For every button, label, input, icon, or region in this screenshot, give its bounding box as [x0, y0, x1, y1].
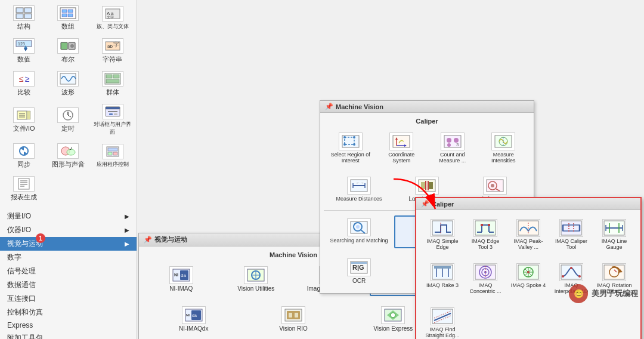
- svg-text:←→: ←→: [356, 181, 364, 185]
- svg-point-191: [562, 275, 564, 278]
- tool-measure-intensities[interactable]: Measure Intensities: [479, 130, 528, 167]
- svg-point-84: [391, 313, 395, 318]
- svg-text:ab: ab: [107, 44, 113, 49]
- sidebar-item-type[interactable]: A a 文字 族、类与文体: [91, 2, 134, 34]
- svg-rect-7: [62, 14, 67, 17]
- svg-rect-81: [295, 313, 298, 318]
- sidebar-item-report[interactable]: 报表生成: [2, 173, 45, 205]
- sidebar-item-compare[interactable]: ≤ ≥ 比较: [2, 68, 45, 100]
- sidebar-item-digital[interactable]: 数字: [0, 251, 137, 264]
- sidebar-item-control-sim[interactable]: 控制和仿真: [0, 306, 137, 319]
- sidebar-item-signal[interactable]: 信号处理: [0, 264, 137, 278]
- tool-imaq-concentric[interactable]: IMAQ Concentric ...: [465, 260, 506, 297]
- sidebar-item-sync[interactable]: 同步: [2, 140, 45, 172]
- svg-rect-26: [106, 75, 112, 78]
- caliper-row-1: IMAQ Simple Edge IMAQ Edge Tool 3: [420, 214, 637, 255]
- svg-text:da: da: [181, 273, 186, 278]
- sidebar-item-bool[interactable]: 布尔: [47, 35, 89, 67]
- watermark-avatar: 😊: [569, 284, 588, 303]
- sidebar-item-interconnect[interactable]: 互连接口: [0, 292, 137, 306]
- svg-text:123: 123: [18, 42, 25, 46]
- svg-rect-149: [432, 221, 453, 235]
- tool-ni-imaqdx[interactable]: NI da NI-IMAQdx: [145, 303, 242, 335]
- tool-ni-imaq[interactable]: NI da NI-IMAQ: [145, 263, 218, 296]
- tool-imaq-spoke4[interactable]: IMAQ Spoke 4: [508, 260, 549, 297]
- tool-ocr[interactable]: R|G OCR: [326, 255, 392, 287]
- sidebar-item-structure[interactable]: 结构: [2, 2, 45, 34]
- sidebar-menu-list: 测量I/O ▶ 仪器I/O ▶ 视觉与运动 ▶ 数字 信号处理 数据通信 互连接…: [0, 209, 137, 339]
- tool-imaq-caliper-tool[interactable]: IMAQ Caliper Tool: [551, 216, 592, 253]
- svg-rect-40: [109, 113, 113, 115]
- svg-rect-140: [351, 262, 367, 264]
- svg-text:文字: 文字: [107, 15, 114, 19]
- svg-rect-16: [61, 42, 67, 50]
- tool-vision-utilities[interactable]: Vision Utilities: [220, 263, 293, 296]
- svg-rect-158: [488, 224, 490, 226]
- tool-imaq-rake3[interactable]: IMAQ Rake 3: [422, 260, 463, 297]
- svg-rect-161: [561, 221, 581, 235]
- panel-caliper: 📌 Caliper IMAQ Simple Edge: [415, 197, 642, 339]
- tool-vision-rio[interactable]: Vision RIO: [244, 303, 342, 335]
- tool-select-roi[interactable]: Select Region of Interest: [326, 130, 375, 167]
- tool-imaq-simple-edge[interactable]: IMAQ Simple Edge: [422, 216, 463, 253]
- red-arrow-svg: [376, 173, 447, 221]
- caliper-row-3: IMAQ Find Straight Edg...: [420, 302, 637, 339]
- svg-rect-8: [68, 14, 73, 17]
- svg-rect-151: [475, 221, 496, 235]
- svg-point-88: [353, 136, 355, 138]
- sidebar-item-dialog[interactable]: 对话框与用户界面: [91, 101, 134, 139]
- svg-rect-27: [113, 75, 119, 78]
- svg-point-87: [343, 136, 346, 138]
- svg-text:R|G: R|G: [352, 264, 364, 271]
- sidebar-item-waveform[interactable]: 波形: [47, 68, 89, 100]
- svg-rect-3: [24, 14, 32, 19]
- svg-rect-41: [114, 113, 117, 115]
- sidebar-item-addon[interactable]: 附加工具包: [0, 331, 137, 339]
- tool-imaq-peak-valley[interactable]: IMAQ Peak-Valley ...: [508, 216, 549, 253]
- sidebar-item-cluster[interactable]: 群体: [91, 68, 134, 100]
- svg-rect-49: [108, 148, 117, 151]
- sidebar-item-timing[interactable]: 定时: [47, 101, 89, 139]
- svg-point-121: [356, 225, 360, 229]
- tool-coordinate-system[interactable]: Coordinate System: [377, 130, 426, 167]
- pin-icon: 📌: [144, 236, 152, 244]
- sidebar-item-graphics[interactable]: ♪ 图形与声音: [47, 140, 89, 172]
- svg-point-189: [527, 271, 530, 273]
- tool-imaq-edge-tool3[interactable]: IMAQ Edge Tool 3: [465, 216, 506, 253]
- sidebar-item-array[interactable]: 数组: [47, 2, 89, 34]
- sidebar-item-express[interactable]: Express: [0, 319, 137, 331]
- badge-1: 1: [36, 233, 45, 243]
- svg-point-97: [447, 138, 451, 143]
- svg-text:≤: ≤: [19, 74, 24, 84]
- svg-rect-28: [106, 79, 119, 83]
- pin-icon: 📌: [325, 103, 333, 110]
- svg-text:3: 3: [456, 142, 459, 147]
- svg-rect-38: [106, 107, 120, 109]
- svg-rect-4: [60, 8, 76, 19]
- sidebar-item-vision-motion[interactable]: 视觉与运动 ▶: [0, 237, 137, 251]
- sidebar-item-fileio[interactable]: 文件/IO: [2, 101, 45, 139]
- tool-imaq-find-straight-edge[interactable]: IMAQ Find Straight Edg...: [422, 304, 463, 339]
- svg-rect-24: [60, 73, 76, 84]
- svg-rect-177: [434, 266, 451, 269]
- svg-point-193: [578, 275, 581, 278]
- tool-count-measure[interactable]: 3 Count and Measure ...: [428, 130, 477, 167]
- svg-rect-0: [16, 8, 23, 13]
- sidebar-item-measurement-io[interactable]: 测量I/O ▶: [0, 209, 137, 223]
- svg-rect-114: [487, 180, 503, 192]
- svg-rect-2: [16, 14, 23, 19]
- svg-text:da: da: [192, 313, 197, 318]
- svg-point-99: [447, 143, 451, 147]
- sidebar-item-instrument-io[interactable]: 仪器I/O ▶: [0, 223, 137, 237]
- sidebar-item-string[interactable]: ab 字 字符串: [91, 35, 134, 67]
- sidebar: 结构 数组 A a 文字 族、类与文: [0, 0, 137, 339]
- sidebar-icon-grid: 结构 数组 A a 文字 族、类与文: [0, 0, 137, 207]
- sidebar-item-numeric[interactable]: 123 数值: [2, 35, 45, 67]
- svg-rect-39: [108, 111, 117, 112]
- panel-machine-vision-title: 📌 Machine Vision: [320, 101, 534, 113]
- sidebar-item-datacomm[interactable]: 数据通信: [0, 278, 137, 292]
- arrow-icon: ▶: [125, 241, 129, 247]
- svg-marker-14: [24, 48, 27, 51]
- tool-imaq-line-gauge[interactable]: IMAQ Line Gauge: [594, 216, 634, 253]
- sidebar-item-appcontrol[interactable]: 应用程序控制: [91, 140, 134, 172]
